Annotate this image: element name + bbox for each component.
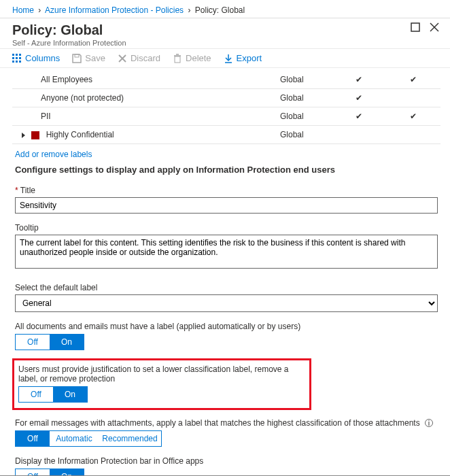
check-icon: ✔ — [332, 107, 386, 126]
svg-rect-5 — [19, 54, 21, 56]
toggle-label: All documents and emails must have a lab… — [15, 322, 438, 331]
svg-rect-10 — [16, 61, 18, 63]
label-scope: Global — [277, 126, 332, 144]
toolbar: Columns Save Discard Delete Export — [0, 48, 450, 68]
export-button[interactable]: Export — [224, 53, 262, 63]
opt-on[interactable]: On — [50, 469, 84, 476]
svg-rect-8 — [19, 57, 21, 59]
close-icon[interactable] — [430, 22, 439, 35]
table-row[interactable]: PII Global ✔ ✔ — [12, 107, 440, 126]
breadcrumb-current: Policy: Global — [195, 5, 245, 15]
check-icon: ✔ — [386, 71, 440, 89]
export-label: Export — [237, 53, 262, 63]
label-scope: Global — [277, 107, 332, 126]
svg-rect-0 — [411, 23, 419, 31]
tooltip-input[interactable] — [15, 235, 438, 269]
page-subtitle: Self - Azure Information Protection — [12, 39, 438, 47]
breadcrumb-home[interactable]: Home — [12, 5, 34, 15]
delete-label: Delete — [186, 53, 211, 63]
save-button[interactable]: Save — [72, 53, 105, 63]
title-input[interactable] — [15, 197, 438, 214]
check-icon: ✔ — [332, 71, 386, 89]
svg-rect-6 — [12, 57, 14, 59]
columns-button[interactable]: Columns — [12, 53, 60, 63]
opt-on[interactable]: On — [50, 335, 84, 350]
breadcrumb: Home › Azure Information Protection - Po… — [0, 0, 450, 18]
tooltip-label: Tooltip — [15, 223, 438, 233]
delete-button[interactable]: Delete — [173, 53, 211, 63]
svg-rect-7 — [16, 57, 18, 59]
discard-icon — [118, 54, 127, 63]
expand-icon[interactable] — [22, 133, 25, 138]
svg-rect-15 — [175, 56, 180, 63]
label-name: All Employees — [12, 71, 277, 89]
svg-rect-11 — [19, 61, 21, 63]
table-row[interactable]: All Employees Global ✔ ✔ — [12, 71, 440, 89]
label-scope: Global — [277, 89, 332, 107]
labels-table: All Employees Global ✔ ✔ Anyone (not pro… — [12, 71, 440, 144]
opt-recommended[interactable]: Recommended — [99, 431, 161, 446]
title-label: Title — [15, 186, 438, 195]
page-header: Policy: Global Self - Azure Information … — [0, 18, 450, 48]
label-name: Anyone (not protected) — [12, 89, 277, 107]
trash-icon — [173, 54, 182, 63]
download-icon — [224, 54, 233, 63]
opt-on[interactable]: On — [53, 387, 87, 402]
content-area[interactable]: All Employees Global ✔ ✔ Anyone (not pro… — [0, 68, 450, 476]
breadcrumb-sep: › — [188, 5, 190, 15]
label-scope: Global — [277, 71, 332, 89]
svg-rect-4 — [16, 54, 18, 56]
breadcrumb-sep: › — [38, 5, 41, 15]
svg-rect-9 — [12, 61, 14, 63]
opt-automatic[interactable]: Automatic — [50, 431, 99, 446]
svg-rect-3 — [12, 54, 14, 56]
add-remove-labels-link[interactable]: Add or remove labels — [12, 144, 94, 165]
restore-icon[interactable] — [411, 22, 420, 35]
discard-label: Discard — [131, 53, 160, 63]
info-icon[interactable]: i — [425, 419, 433, 427]
opt-off[interactable]: Off — [16, 335, 50, 350]
justification-toggle[interactable]: Off On — [18, 386, 88, 403]
label-name: PII — [12, 107, 277, 126]
section-heading: Configure settings to display and apply … — [12, 165, 440, 180]
table-row[interactable]: Anyone (not protected) Global ✔ — [12, 89, 440, 107]
check-icon: ✔ — [332, 89, 386, 107]
toggle-label: For email messages with attachments, app… — [15, 418, 438, 428]
check-icon: ✔ — [386, 107, 440, 126]
page-title: Policy: Global — [12, 22, 438, 38]
default-label-label: Select the default label — [15, 283, 438, 292]
must-have-label-toggle[interactable]: Off On — [15, 334, 84, 350]
table-row[interactable]: Highly Confidential Global — [12, 126, 440, 144]
breadcrumb-policies[interactable]: Azure Information Protection - Policies — [45, 5, 184, 15]
toggle-label: Display the Information Protection bar i… — [15, 456, 438, 466]
opt-off[interactable]: Off — [19, 387, 53, 402]
highlighted-justification-setting: Users must provide justification to set … — [12, 358, 311, 410]
save-label: Save — [85, 53, 105, 63]
discard-button[interactable]: Discard — [118, 53, 160, 63]
save-icon — [72, 54, 82, 63]
color-swatch-icon — [31, 131, 39, 139]
columns-label: Columns — [25, 53, 60, 63]
attachment-label-toggle[interactable]: Off Automatic Recommended — [15, 430, 162, 447]
default-label-select[interactable]: General — [15, 294, 438, 312]
opt-off[interactable]: Off — [16, 431, 50, 446]
opt-off[interactable]: Off — [16, 469, 50, 476]
toggle-label: Users must provide justification to set … — [18, 364, 305, 384]
display-bar-toggle[interactable]: Off On — [15, 469, 84, 476]
label-name: Highly Confidential — [12, 126, 277, 144]
